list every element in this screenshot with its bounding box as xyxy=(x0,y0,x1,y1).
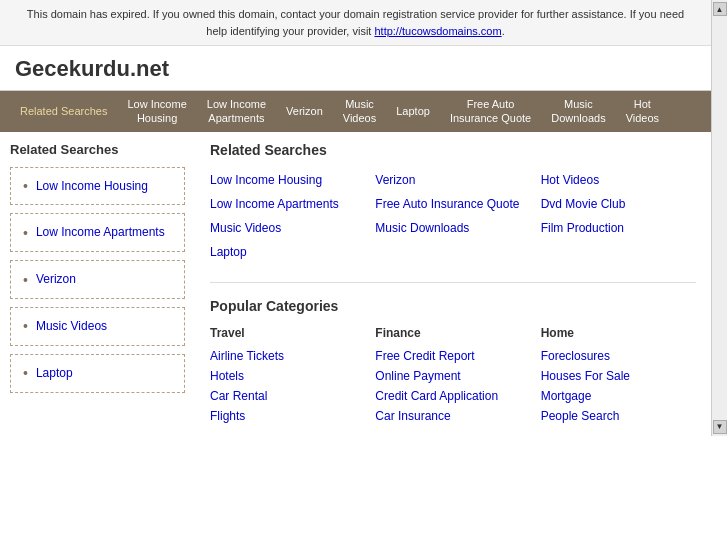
notice-bar: This domain has expired. If you owned th… xyxy=(0,0,711,46)
nav-item-hot-videos[interactable]: HotVideos xyxy=(616,91,669,132)
link-car-insurance[interactable]: Car Insurance xyxy=(375,406,530,426)
sidebar-item-music-videos[interactable]: • Music Videos xyxy=(10,307,185,346)
notice-link[interactable]: http://tucowsdomains.com xyxy=(374,25,501,37)
related-link-low-income-housing[interactable]: Low Income Housing xyxy=(210,170,365,190)
related-searches-grid: Low Income Housing Verizon Hot Videos Lo… xyxy=(210,170,696,262)
bullet-icon: • xyxy=(23,365,28,381)
category-travel: Travel Airline Tickets Hotels Car Rental… xyxy=(210,326,365,426)
sidebar-title: Related Searches xyxy=(10,142,185,157)
scrollbar[interactable]: ▲ ▼ xyxy=(711,0,727,436)
nav-item-verizon[interactable]: Verizon xyxy=(276,91,333,132)
popular-categories-title: Popular Categories xyxy=(210,298,696,314)
related-link-free-auto[interactable]: Free Auto Insurance Quote xyxy=(375,194,530,214)
sidebar-link-music-videos[interactable]: Music Videos xyxy=(36,318,107,335)
nav-item-low-income-apartments[interactable]: Low IncomeApartments xyxy=(197,91,276,132)
related-link-music-downloads[interactable]: Music Downloads xyxy=(375,218,530,238)
related-link-film-production[interactable]: Film Production xyxy=(541,218,696,238)
link-mortgage[interactable]: Mortgage xyxy=(541,386,696,406)
bullet-icon: • xyxy=(23,178,28,194)
related-link-hot-videos[interactable]: Hot Videos xyxy=(541,170,696,190)
link-car-rental[interactable]: Car Rental xyxy=(210,386,365,406)
categories-grid: Travel Airline Tickets Hotels Car Rental… xyxy=(210,326,696,426)
bullet-icon: • xyxy=(23,318,28,334)
scroll-down-button[interactable]: ▼ xyxy=(713,420,727,434)
home-header: Home xyxy=(541,326,696,340)
site-title: Gecekurdu.net xyxy=(15,56,696,82)
link-people-search[interactable]: People Search xyxy=(541,406,696,426)
nav-item-laptop[interactable]: Laptop xyxy=(386,91,440,132)
related-link-low-income-apartments[interactable]: Low Income Apartments xyxy=(210,194,365,214)
travel-header: Travel xyxy=(210,326,365,340)
related-link-verizon[interactable]: Verizon xyxy=(375,170,530,190)
link-houses-for-sale[interactable]: Houses For Sale xyxy=(541,366,696,386)
bullet-icon: • xyxy=(23,272,28,288)
related-link-laptop[interactable]: Laptop xyxy=(210,242,365,262)
sidebar-link-low-income-apartments[interactable]: Low Income Apartments xyxy=(36,224,165,241)
finance-header: Finance xyxy=(375,326,530,340)
scroll-up-button[interactable]: ▲ xyxy=(713,2,727,16)
sidebar: Related Searches • Low Income Housing • … xyxy=(0,142,195,426)
sidebar-link-verizon[interactable]: Verizon xyxy=(36,271,76,288)
link-free-credit-report[interactable]: Free Credit Report xyxy=(375,346,530,366)
related-searches-title: Related Searches xyxy=(210,142,696,158)
link-foreclosures[interactable]: Foreclosures xyxy=(541,346,696,366)
nav-label: Related Searches xyxy=(10,91,117,132)
related-link-music-videos[interactable]: Music Videos xyxy=(210,218,365,238)
sidebar-link-laptop[interactable]: Laptop xyxy=(36,365,73,382)
site-header: Gecekurdu.net xyxy=(0,46,711,91)
link-online-payment[interactable]: Online Payment xyxy=(375,366,530,386)
link-flights[interactable]: Flights xyxy=(210,406,365,426)
section-divider xyxy=(210,282,696,283)
sidebar-link-low-income-housing[interactable]: Low Income Housing xyxy=(36,178,148,195)
nav-item-music-downloads[interactable]: MusicDownloads xyxy=(541,91,615,132)
link-airline-tickets[interactable]: Airline Tickets xyxy=(210,346,365,366)
bullet-icon: • xyxy=(23,225,28,241)
sidebar-item-laptop[interactable]: • Laptop xyxy=(10,354,185,393)
nav-item-music-videos[interactable]: MusicVideos xyxy=(333,91,386,132)
category-home: Home Foreclosures Houses For Sale Mortga… xyxy=(541,326,696,426)
related-link-dvd-movie-club[interactable]: Dvd Movie Club xyxy=(541,194,696,214)
link-hotels[interactable]: Hotels xyxy=(210,366,365,386)
nav-item-free-auto[interactable]: Free AutoInsurance Quote xyxy=(440,91,541,132)
notice-text: This domain has expired. If you owned th… xyxy=(27,8,684,37)
sidebar-item-low-income-housing[interactable]: • Low Income Housing xyxy=(10,167,185,206)
category-finance: Finance Free Credit Report Online Paymen… xyxy=(375,326,530,426)
main-layout: Related Searches • Low Income Housing • … xyxy=(0,132,711,436)
sidebar-item-verizon[interactable]: • Verizon xyxy=(10,260,185,299)
content-area: Related Searches Low Income Housing Veri… xyxy=(195,142,711,426)
link-credit-card-application[interactable]: Credit Card Application xyxy=(375,386,530,406)
nav-item-low-income-housing[interactable]: Low IncomeHousing xyxy=(117,91,196,132)
sidebar-item-low-income-apartments[interactable]: • Low Income Apartments xyxy=(10,213,185,252)
nav-bar: Related Searches Low IncomeHousing Low I… xyxy=(0,91,711,132)
